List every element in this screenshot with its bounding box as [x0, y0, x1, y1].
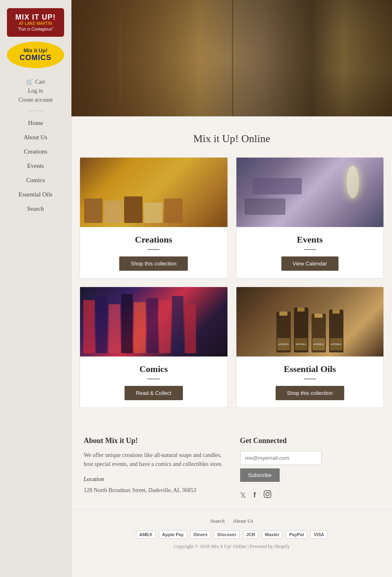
- location-address: 128 North Broadnax Street, Dadeville, AL…: [84, 486, 224, 495]
- logo-bottom[interactable]: Mix it Up! COMICS: [7, 42, 64, 68]
- footer-info: About Mix it Up! We offer unique creatio…: [71, 420, 392, 509]
- logo-top-name: MIX IT UP!: [16, 13, 56, 22]
- collection-name-events: Events: [243, 234, 377, 245]
- sidebar-item-about-us[interactable]: About Us: [0, 131, 71, 144]
- about-text: We offer unique creations like all-natur…: [84, 451, 224, 469]
- payment-discover: Discover: [214, 530, 239, 539]
- collection-card-oils: dōTERRA dōTERRA dōTERRA dōTERRA: [236, 287, 384, 408]
- payment-diners: Diners: [190, 530, 211, 539]
- location-label: Location: [84, 475, 224, 484]
- logo-top-location: AT LAKE MARTIN: [19, 21, 52, 26]
- svg-point-2: [269, 492, 270, 493]
- logo-top[interactable]: MIX IT UP! AT LAKE MARTIN "Fun is Contag…: [7, 8, 64, 37]
- sidebar-item-events[interactable]: Events: [0, 159, 71, 173]
- footer-link-about[interactable]: About Us: [233, 518, 253, 524]
- footer-link-search[interactable]: Search: [210, 518, 225, 524]
- creations-shop-button[interactable]: Shop this collection: [119, 256, 188, 271]
- svg-rect-0: [264, 491, 271, 498]
- copyright: Copyright © 2018 Mix it Up! Online | Pow…: [71, 544, 392, 550]
- twitter-icon[interactable]: 𝕏: [240, 491, 246, 500]
- logo-bottom-name: Mix it Up!: [24, 48, 48, 53]
- sidebar-item-home[interactable]: Home: [0, 116, 71, 130]
- payment-icons: AMEX Apple Pay Diners Discover JCB Maste…: [71, 530, 392, 539]
- comics-read-button[interactable]: Read & Collect: [125, 386, 183, 400]
- footer-links: Search About Us: [71, 518, 392, 524]
- subscribe-button[interactable]: Subscribe: [240, 468, 280, 482]
- sidebar-item-essential-oils[interactable]: Essential Oils: [0, 188, 71, 201]
- payment-visa: VISA: [310, 530, 327, 539]
- sidebar-item-comics[interactable]: Comics: [0, 174, 71, 187]
- main-content: Mix it Up! Online Creations Shop this co…: [71, 0, 392, 577]
- section-title: Mix it Up! Online: [71, 133, 392, 145]
- collection-body-oils: Essential Oils Shop this collection: [236, 356, 384, 408]
- facebook-icon[interactable]: f: [254, 491, 256, 499]
- collection-divider-events: [304, 249, 316, 250]
- logo-bottom-comics: COMICS: [20, 53, 51, 62]
- collection-image-oils: dōTERRA dōTERRA dōTERRA dōTERRA: [236, 287, 384, 356]
- collections-grid: Creations Shop this collection Events Vi…: [71, 157, 392, 420]
- events-calendar-button[interactable]: View Calendar: [281, 256, 339, 271]
- get-connected-title: Get Connected: [240, 437, 380, 445]
- login-link[interactable]: Log in: [28, 88, 43, 94]
- sidebar-item-search[interactable]: Search: [0, 202, 71, 216]
- collection-card-creations: Creations Shop this collection: [80, 157, 228, 278]
- payment-amex: AMEX: [136, 530, 156, 539]
- hero-overlay: [71, 0, 392, 116]
- hero-image: [71, 0, 392, 116]
- account-links: 🛒 Cart Log in Create account: [18, 78, 53, 103]
- sidebar-item-creations[interactable]: Creations: [0, 145, 71, 158]
- cart-link[interactable]: 🛒 Cart: [26, 78, 45, 85]
- collection-divider-creations: [147, 249, 160, 250]
- sidebar-nav: Home About Us Creations Events Comics Es…: [0, 116, 71, 216]
- create-account-link[interactable]: Create account: [18, 97, 53, 103]
- collection-body-creations: Creations Shop this collection: [80, 227, 227, 278]
- social-icons: 𝕏 f: [240, 490, 380, 500]
- bottom-footer: Search About Us AMEX Apple Pay Diners Di…: [71, 509, 392, 556]
- about-title: About Mix it Up!: [84, 437, 224, 445]
- cart-icon: 🛒: [26, 78, 33, 85]
- payment-jcb: JCB: [243, 530, 258, 539]
- collection-body-events: Events View Calendar: [236, 227, 384, 278]
- collection-name-creations: Creations: [87, 234, 221, 245]
- collection-image-comics: [80, 287, 227, 356]
- sidebar: MIX IT UP! AT LAKE MARTIN "Fun is Contag…: [0, 0, 71, 577]
- instagram-icon[interactable]: [263, 490, 272, 500]
- collection-name-oils: Essential Oils: [243, 364, 377, 374]
- about-section: About Mix it Up! We offer unique creatio…: [84, 437, 224, 501]
- email-input[interactable]: [240, 451, 322, 465]
- payment-paypal: PayPal: [286, 530, 307, 539]
- collection-divider-comics: [147, 379, 160, 379]
- oils-shop-button[interactable]: Shop this collection: [276, 386, 344, 400]
- collection-name-comics: Comics: [87, 364, 221, 374]
- svg-point-1: [265, 492, 269, 496]
- payment-apple-pay: Apple Pay: [159, 530, 187, 539]
- collection-image-events: [236, 158, 384, 227]
- collection-card-comics: Comics Read & Collect: [80, 287, 228, 408]
- collection-divider-oils: [304, 379, 316, 379]
- sidebar-divider: [27, 111, 44, 111]
- logo-top-tagline: "Fun is Contagious": [18, 27, 53, 31]
- collection-image-creations: [80, 158, 227, 227]
- get-connected: Get Connected Subscribe 𝕏 f: [240, 437, 380, 501]
- collection-body-comics: Comics Read & Collect: [80, 356, 227, 408]
- collection-card-events: Events View Calendar: [236, 157, 384, 278]
- payment-master: Master: [262, 530, 283, 539]
